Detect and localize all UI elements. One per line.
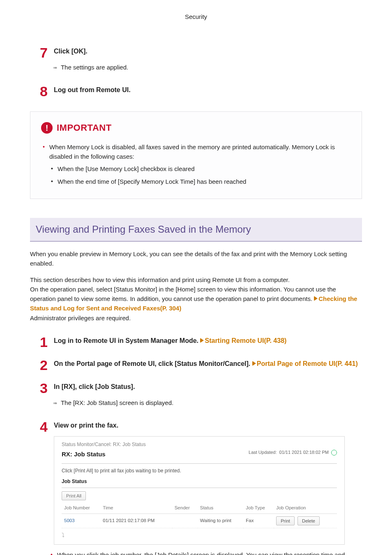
scroll-indicator-icon: ⤵ xyxy=(62,531,337,539)
step-title: On the Portal page of Remote UI, click [… xyxy=(54,360,358,367)
divider xyxy=(62,463,337,464)
ss-sub-heading: Job Status xyxy=(62,478,337,485)
important-sub-item: When the [Use Memory Lock] checkbox is c… xyxy=(51,164,351,174)
ss-last-updated-label: Last Updated: xyxy=(249,449,277,456)
cell-job-type: Fax xyxy=(243,513,274,528)
step-number: 1 xyxy=(40,332,48,353)
job-status-table: Job Number Time Sender Status Job Type J… xyxy=(62,503,337,528)
intro-paragraph-2: This section describes how to view this … xyxy=(30,275,362,323)
step-title: In [RX], click [Job Status]. xyxy=(54,383,135,390)
cell-time: 01/11 2021 02:17:08 PM xyxy=(100,513,172,528)
section-heading: Viewing and Printing Faxes Saved in the … xyxy=(30,218,362,242)
step-4-notes: When you click the job number, the [Job … xyxy=(30,550,362,555)
important-bullet-text: When Memory Lock is disabled, all faxes … xyxy=(49,143,335,160)
step-number: 8 xyxy=(40,81,48,102)
job-number-link[interactable]: 5003 xyxy=(64,518,75,523)
step-3: 3 In [RX], click [Job Status]. xyxy=(30,382,362,392)
important-header: ! IMPORTANT xyxy=(41,121,351,134)
step-title: View or print the fax. xyxy=(54,422,118,429)
step-7-result: ➠ The settings are applied. xyxy=(53,63,362,72)
cell-status: Waiting to print xyxy=(198,513,244,528)
step-link[interactable]: Starting Remote UI(P. 438) xyxy=(205,337,286,344)
ss-last-updated: Last Updated: 01/11 2021 02:18:02 PM xyxy=(249,449,337,456)
col-status: Status xyxy=(198,503,244,513)
embedded-screenshot: Status Monitor/Cancel: RX: Job Status RX… xyxy=(54,436,345,545)
important-bullet: When Memory Lock is disabled, all faxes … xyxy=(43,143,351,186)
intro-paragraph-1: When you enable preview in Memory Lock, … xyxy=(30,249,362,268)
step-number: 4 xyxy=(40,416,48,437)
link-arrow-icon xyxy=(314,296,318,301)
important-callout: ! IMPORTANT When Memory Lock is disabled… xyxy=(30,111,362,199)
col-job-type: Job Type xyxy=(243,503,274,513)
step-8: 8 Log out from Remote UI. xyxy=(30,85,362,95)
intro2-pre: This section describes how to view this … xyxy=(30,276,336,303)
print-button[interactable]: Print xyxy=(276,516,295,526)
step-1: 1 Log in to Remote UI in System Manager … xyxy=(30,336,362,346)
result-text: The [RX: Job Status] screen is displayed… xyxy=(61,399,173,406)
step-2: 2 On the Portal page of Remote UI, click… xyxy=(30,359,362,369)
cell-sender xyxy=(172,513,198,528)
ss-instruction: Click [Print All] to print all fax jobs … xyxy=(62,467,337,474)
col-job-operation: Job Operation xyxy=(274,503,337,513)
col-time: Time xyxy=(100,503,172,513)
step-7: 7 Click [OK]. xyxy=(30,46,362,56)
alert-icon: ! xyxy=(41,122,53,134)
delete-button[interactable]: Delete xyxy=(297,516,320,526)
step-title: Log in to Remote UI in System Manager Mo… xyxy=(54,337,286,344)
important-sub-list: When the [Use Memory Lock] checkbox is c… xyxy=(49,164,351,186)
result-arrow-icon: ➠ xyxy=(53,400,58,406)
step-number: 3 xyxy=(40,378,48,399)
link-arrow-icon xyxy=(200,338,204,343)
col-sender: Sender xyxy=(172,503,198,513)
result-arrow-icon: ➠ xyxy=(53,65,58,71)
divider xyxy=(62,488,337,488)
step-title-text: On the Portal page of Remote UI, click [… xyxy=(54,360,252,367)
intro2-post: Administrator privileges are required. xyxy=(30,314,131,321)
table-row: 5003 01/11 2021 02:17:08 PM Waiting to p… xyxy=(62,513,337,528)
step-3-result: ➠ The [RX: Job Status] screen is display… xyxy=(53,398,362,408)
step-title-text: Log in to Remote UI in System Manager Mo… xyxy=(54,337,200,344)
ss-breadcrumb: Status Monitor/Cancel: RX: Job Status xyxy=(62,441,337,448)
step-4: 4 View or print the fax. xyxy=(30,421,362,430)
refresh-icon[interactable] xyxy=(331,450,337,456)
link-arrow-icon xyxy=(252,361,256,366)
important-sub-item: When the end time of [Specify Memory Loc… xyxy=(51,177,351,187)
cell-job-operation: Print Delete xyxy=(274,513,337,528)
step-link[interactable]: Portal Page of Remote UI(P. 441) xyxy=(257,360,358,367)
important-bullet-list: When Memory Lock is disabled, all faxes … xyxy=(41,143,351,186)
table-header-row: Job Number Time Sender Status Job Type J… xyxy=(62,503,337,513)
print-all-button[interactable]: Print All xyxy=(62,491,86,501)
step-title: Click [OK]. xyxy=(54,48,88,55)
step-number: 2 xyxy=(40,355,48,376)
step-title: Log out from Remote UI. xyxy=(54,86,131,93)
col-job-number: Job Number xyxy=(62,503,100,513)
result-text: The settings are applied. xyxy=(61,64,128,71)
step-number: 7 xyxy=(40,42,48,63)
note-item: When you click the job number, the [Job … xyxy=(51,550,362,555)
important-title: IMPORTANT xyxy=(57,121,112,134)
ss-last-updated-value: 01/11 2021 02:18:02 PM xyxy=(279,449,329,456)
page-header-title: Security xyxy=(30,12,362,22)
